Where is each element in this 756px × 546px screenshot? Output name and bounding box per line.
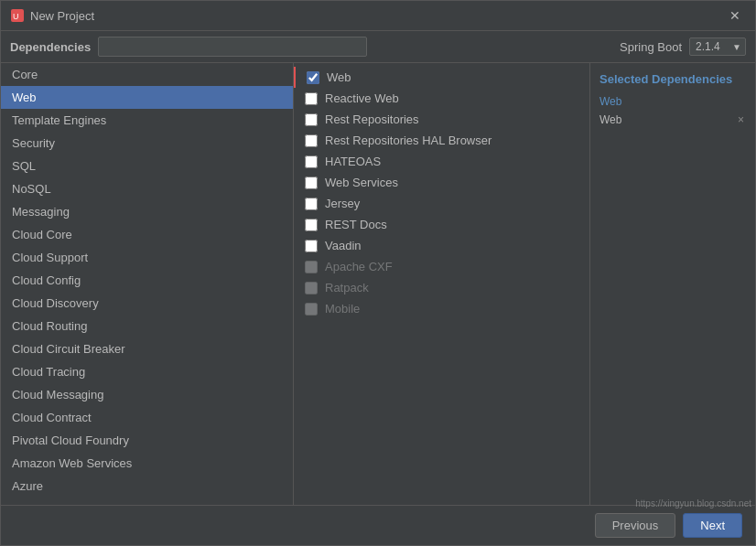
dependency-label: Ratpack	[325, 281, 369, 294]
dependency-checkbox	[305, 282, 318, 294]
sidebar-item[interactable]: Security	[1, 132, 293, 155]
dependency-checkbox	[305, 261, 318, 273]
dependency-item[interactable]: Jersey	[294, 193, 589, 214]
dependency-checkbox	[305, 303, 318, 316]
dependency-item: Apache CXF	[294, 256, 589, 277]
main-content: CoreWebTemplate EnginesSecuritySQLNoSQLM…	[1, 63, 755, 505]
dependency-item[interactable]: Reactive Web	[294, 88, 589, 109]
sidebar-item[interactable]: Messaging	[1, 200, 293, 223]
dependency-checkbox[interactable]	[307, 71, 319, 84]
svg-text:U: U	[13, 12, 19, 21]
next-button[interactable]: Next	[683, 513, 742, 538]
dependency-checkbox[interactable]	[305, 92, 318, 105]
sidebar-item[interactable]: Azure	[1, 475, 293, 498]
sidebar-item[interactable]: Cloud Circuit Breaker	[1, 337, 293, 360]
dependency-checkbox[interactable]	[305, 219, 318, 231]
dependency-label: Web	[327, 70, 351, 84]
sidebar-item[interactable]: Cloud Support	[1, 246, 293, 269]
sidebar-item[interactable]: Cloud Tracing	[1, 360, 293, 383]
sidebar-item[interactable]: Cloud Contract	[1, 406, 293, 429]
dependency-label: Web Services	[325, 176, 398, 189]
spring-boot-selector[interactable]: 2.1.4 2.1.3 2.1.2 2.0.9 1.5.19 ▼	[689, 37, 746, 56]
sidebar-item[interactable]: Cloud Core	[1, 223, 293, 246]
right-panel: Selected Dependencies Web Web×	[590, 63, 755, 505]
dependency-item[interactable]: Rest Repositories HAL Browser	[294, 130, 589, 151]
footer: Previous Next	[1, 505, 755, 545]
dependency-label: Vaadin	[325, 239, 362, 252]
sidebar-item[interactable]: Google Cloud Platform	[1, 498, 293, 505]
dependency-checkbox[interactable]	[305, 177, 318, 189]
dependency-label: Reactive Web	[325, 91, 399, 105]
dependency-checkbox[interactable]	[305, 113, 318, 126]
dependency-item[interactable]: Web Services	[294, 172, 589, 193]
dependency-item[interactable]: REST Docs	[294, 214, 589, 235]
selected-dep-item: Web×	[599, 112, 746, 128]
dependencies-label: Dependencies	[10, 40, 91, 54]
new-project-dialog: U New Project ✕ Dependencies Spring Boot…	[0, 0, 756, 546]
dependency-label: Rest Repositories	[325, 112, 419, 126]
sidebar-item[interactable]: Amazon Web Services	[1, 452, 293, 475]
title-bar: U New Project ✕	[1, 1, 755, 31]
dependency-item: Ratpack	[294, 277, 589, 298]
dependency-item[interactable]: Web	[294, 67, 589, 88]
spring-boot-label: Spring Boot	[620, 40, 682, 54]
sidebar-item[interactable]: Cloud Discovery	[1, 292, 293, 315]
sidebar-item[interactable]: Core	[1, 63, 293, 86]
dependency-list: WebReactive WebRest RepositoriesRest Rep…	[294, 63, 590, 505]
dependency-label: Jersey	[325, 197, 360, 210]
app-icon: U	[10, 8, 25, 23]
left-panel: CoreWebTemplate EnginesSecuritySQLNoSQLM…	[1, 63, 294, 505]
dependency-item[interactable]: Rest Repositories	[294, 109, 589, 130]
search-input[interactable]	[98, 37, 367, 57]
dependency-checkbox[interactable]	[305, 198, 318, 210]
category-list: CoreWebTemplate EnginesSecuritySQLNoSQLM…	[1, 63, 293, 505]
dialog-title: New Project	[30, 9, 94, 23]
dependency-item[interactable]: HATEOAS	[294, 151, 589, 172]
previous-button[interactable]: Previous	[595, 513, 676, 538]
dependency-label: HATEOAS	[325, 155, 381, 168]
sidebar-item[interactable]: Template Engines	[1, 109, 293, 132]
sidebar-item[interactable]: Cloud Config	[1, 269, 293, 292]
dependency-checkbox[interactable]	[305, 240, 318, 252]
dependency-label: REST Docs	[325, 218, 387, 231]
sidebar-item[interactable]: NoSQL	[1, 177, 293, 200]
spring-boot-select[interactable]: 2.1.4 2.1.3 2.1.2 2.0.9 1.5.19	[689, 37, 746, 56]
dependency-item: Mobile	[294, 298, 589, 319]
dependency-label: Apache CXF	[325, 260, 393, 273]
selected-deps-title: Selected Dependencies	[599, 72, 746, 86]
remove-dep-button[interactable]: ×	[736, 113, 746, 126]
sidebar-item[interactable]: SQL	[1, 155, 293, 177]
sidebar-item[interactable]: Cloud Messaging	[1, 383, 293, 406]
sidebar-item[interactable]: Pivotal Cloud Foundry	[1, 429, 293, 452]
dependency-label: Mobile	[325, 302, 360, 316]
dependency-checkbox[interactable]	[305, 134, 318, 147]
dependency-checkbox[interactable]	[305, 155, 318, 168]
title-bar-left: U New Project	[10, 8, 94, 23]
selected-deps-list: Web×	[599, 112, 746, 128]
selected-dep-name: Web	[599, 113, 621, 126]
close-button[interactable]: ✕	[724, 6, 746, 25]
selected-dep-category: Web	[599, 95, 746, 108]
sidebar-item[interactable]: Web	[1, 86, 293, 109]
sidebar-item[interactable]: Cloud Routing	[1, 315, 293, 337]
dependency-label: Rest Repositories HAL Browser	[325, 134, 491, 147]
dependency-item[interactable]: Vaadin	[294, 235, 589, 256]
